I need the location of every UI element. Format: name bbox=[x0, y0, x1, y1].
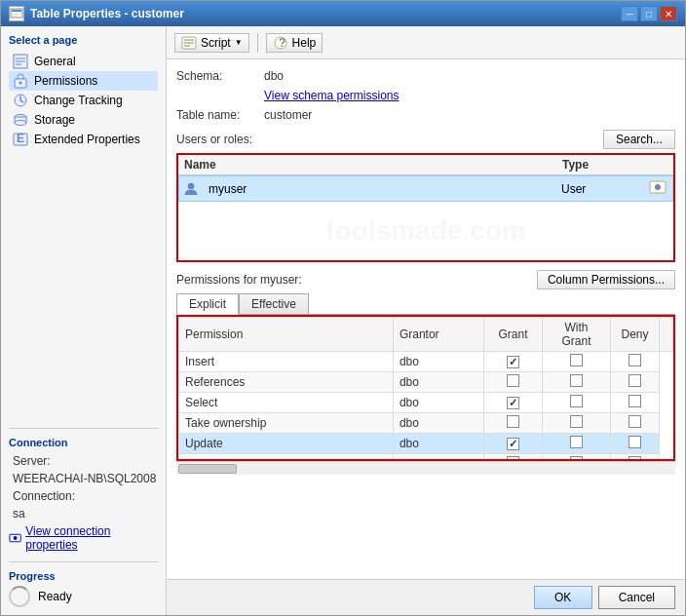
perm-row-update[interactable]: Update dbo bbox=[179, 434, 673, 454]
script-dropdown-arrow: ▼ bbox=[235, 38, 243, 47]
schema-label: Schema: bbox=[176, 69, 264, 83]
users-roles-label: Users or roles: bbox=[176, 133, 252, 146]
grantor-select: dbo bbox=[393, 393, 483, 413]
sidebar-item-permissions[interactable]: Permissions bbox=[9, 71, 158, 91]
col-with-grant: With Grant bbox=[543, 318, 611, 352]
user-row-0[interactable]: myuser User bbox=[178, 175, 673, 202]
perm-references: References bbox=[179, 372, 394, 393]
user-type-0: User bbox=[561, 182, 649, 196]
permissions-for: Permissions for myuser: Column Permissio… bbox=[176, 270, 675, 289]
view-connection-link[interactable]: View connection properties bbox=[9, 524, 158, 552]
sidebar-label-permissions: Permissions bbox=[34, 74, 97, 88]
grant-references-checkbox[interactable] bbox=[507, 374, 519, 387]
sidebar: Select a page General bbox=[1, 26, 167, 615]
svg-text:E: E bbox=[17, 132, 24, 145]
with-grant-update-checkbox[interactable] bbox=[570, 436, 583, 448]
content-area: Schema: dbo View schema permissions Tabl… bbox=[167, 59, 685, 579]
sidebar-label-change-tracking: Change Tracking bbox=[34, 94, 123, 107]
perm-select: Select bbox=[179, 393, 394, 413]
schema-value: dbo bbox=[264, 69, 284, 83]
perm-update: Update bbox=[179, 434, 394, 454]
col-name-header: Name bbox=[178, 155, 556, 174]
perm-row-view-change-tracking[interactable]: View change tracking dbo bbox=[179, 454, 673, 462]
deny-update-checkbox[interactable] bbox=[629, 436, 641, 448]
grantor-view-change-tracking: dbo bbox=[393, 454, 483, 462]
col-grantor: Grantor bbox=[393, 318, 483, 352]
deny-insert-checkbox[interactable] bbox=[629, 354, 641, 366]
script-button[interactable]: Script ▼ bbox=[174, 33, 249, 53]
window-icon bbox=[9, 6, 24, 21]
user-icon bbox=[179, 179, 203, 199]
permissions-for-label: Permissions for myuser: bbox=[176, 273, 302, 287]
connection-title: Connection bbox=[9, 437, 158, 448]
window-title: Table Properties - customer bbox=[30, 7, 184, 20]
search-button[interactable]: Search... bbox=[603, 130, 675, 149]
perms-table-header-row: Permission Grantor Grant With Grant Deny bbox=[179, 318, 673, 352]
progress-spinner bbox=[9, 586, 30, 607]
progress-status: Ready bbox=[38, 590, 72, 603]
main-content: Select a page General bbox=[1, 26, 685, 615]
minimize-button[interactable]: ─ bbox=[621, 6, 638, 21]
deny-select-checkbox[interactable] bbox=[629, 395, 641, 407]
col-grant: Grant bbox=[484, 318, 543, 352]
progress-title: Progress bbox=[9, 570, 158, 582]
sidebar-item-storage[interactable]: Storage bbox=[9, 110, 158, 130]
horiz-scroll-bar[interactable] bbox=[176, 461, 675, 475]
perm-row-take-ownership[interactable]: Take ownership dbo bbox=[179, 413, 673, 434]
ok-button[interactable]: OK bbox=[534, 586, 592, 609]
help-button[interactable]: ? Help bbox=[266, 33, 324, 53]
with-grant-take-ownership-checkbox[interactable] bbox=[570, 415, 583, 428]
with-grant-insert-checkbox[interactable] bbox=[570, 354, 583, 366]
users-table-empty: toolsmade.com bbox=[178, 202, 673, 260]
svg-point-13 bbox=[15, 121, 26, 126]
grantor-references: dbo bbox=[393, 372, 483, 393]
sidebar-item-general[interactable]: General bbox=[9, 52, 158, 71]
sidebar-item-change-tracking[interactable]: Change Tracking bbox=[9, 91, 158, 110]
permissions-table: Permission Grantor Grant With Grant Deny… bbox=[178, 317, 673, 461]
server-value: WEERACHAI-NB\SQL2008 bbox=[13, 472, 156, 485]
progress-section: Progress Ready bbox=[9, 561, 158, 607]
grantor-update: dbo bbox=[393, 434, 483, 454]
perm-row-insert[interactable]: Insert dbo bbox=[179, 352, 673, 372]
maximize-button[interactable]: □ bbox=[640, 6, 658, 21]
view-connection-text: View connection properties bbox=[25, 524, 158, 552]
perm-insert: Insert bbox=[179, 352, 394, 372]
server-label: Server: bbox=[13, 454, 51, 468]
perm-row-references[interactable]: References dbo bbox=[179, 372, 673, 393]
sidebar-item-extended-properties[interactable]: E Extended Properties bbox=[9, 130, 158, 149]
grantor-insert: dbo bbox=[393, 352, 483, 372]
col-deny: Deny bbox=[611, 318, 660, 352]
tab-explicit[interactable]: Explicit bbox=[176, 293, 239, 315]
with-grant-references-checkbox[interactable] bbox=[570, 374, 583, 387]
with-grant-select-checkbox[interactable] bbox=[570, 395, 583, 407]
tab-effective[interactable]: Effective bbox=[239, 293, 309, 314]
close-button[interactable]: ✕ bbox=[660, 6, 677, 21]
deny-references-checkbox[interactable] bbox=[629, 374, 641, 387]
cancel-button[interactable]: Cancel bbox=[598, 586, 675, 609]
grant-update-checkbox[interactable] bbox=[507, 438, 519, 450]
table-name-label: Table name: bbox=[176, 108, 264, 122]
svg-point-24 bbox=[188, 183, 194, 189]
user-type-icon bbox=[649, 179, 667, 198]
toolbar: Script ▼ ? Help bbox=[167, 26, 685, 59]
view-schema-link[interactable]: View schema permissions bbox=[264, 89, 400, 102]
horiz-scroll-thumb[interactable] bbox=[178, 464, 237, 474]
main-window: Table Properties - customer ─ □ ✕ Select… bbox=[0, 0, 686, 616]
change-tracking-icon bbox=[13, 93, 28, 108]
perm-row-select[interactable]: Select dbo bbox=[179, 393, 673, 413]
grant-take-ownership-checkbox[interactable] bbox=[507, 415, 519, 428]
column-permissions-button[interactable]: Column Permissions... bbox=[537, 270, 675, 289]
grant-insert-checkbox[interactable] bbox=[507, 356, 519, 368]
script-icon bbox=[181, 36, 197, 50]
schema-row: Schema: dbo bbox=[176, 69, 675, 83]
deny-take-ownership-checkbox[interactable] bbox=[629, 415, 641, 428]
connection-section: Connection Server: WEERACHAI-NB\SQL2008 … bbox=[9, 428, 158, 552]
connection-value: sa bbox=[13, 507, 25, 520]
extended-properties-icon: E bbox=[13, 132, 28, 147]
grant-select-checkbox[interactable] bbox=[507, 397, 519, 409]
general-icon bbox=[13, 54, 28, 69]
sidebar-title: Select a page bbox=[9, 34, 158, 46]
sidebar-label-storage: Storage bbox=[34, 113, 75, 127]
help-label: Help bbox=[292, 36, 317, 50]
script-label: Script bbox=[201, 36, 231, 50]
